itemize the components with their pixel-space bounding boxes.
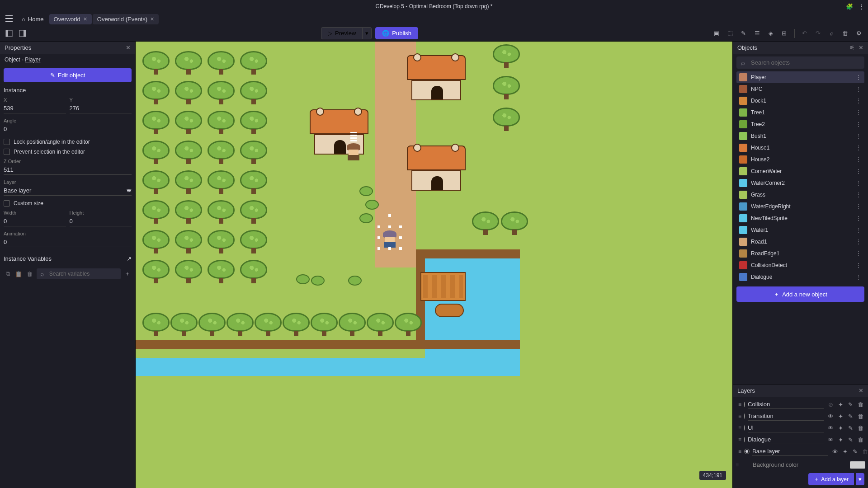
drag-handle-icon[interactable]: ≡: [738, 401, 741, 408]
object-item-player[interactable]: Player ⋮: [736, 71, 864, 83]
more-icon[interactable]: ⋮: [855, 97, 862, 104]
search-objects-input[interactable]: [736, 56, 864, 69]
more-icon[interactable]: ⋮: [855, 238, 862, 245]
trash-icon[interactable]: 🗑: [861, 447, 868, 455]
open-external-icon[interactable]: ↗: [127, 255, 132, 262]
animation-input[interactable]: [4, 237, 132, 247]
grid-icon[interactable]: ⊞: [779, 28, 790, 39]
tab-overworld[interactable]: Overworld ✕: [49, 14, 92, 24]
delete-icon[interactable]: 🗑: [26, 269, 34, 279]
effects-icon[interactable]: ✦: [836, 400, 844, 408]
search-variables-input[interactable]: [37, 268, 121, 279]
x-input[interactable]: [4, 103, 66, 113]
cube-icon[interactable]: ▣: [711, 28, 722, 39]
redo-icon[interactable]: ↷: [813, 28, 824, 39]
layer-radio[interactable]: [744, 402, 745, 407]
preview-dropdown[interactable]: ▾: [363, 27, 372, 39]
effects-icon[interactable]: ✦: [841, 447, 849, 455]
more-icon[interactable]: ⋮: [855, 144, 862, 151]
object-item-tree2[interactable]: Tree2 ⋮: [736, 118, 864, 130]
more-icon[interactable]: ⋮: [855, 132, 862, 140]
edit-icon[interactable]: ✎: [846, 436, 854, 444]
object-item-dock1[interactable]: Dock1 ⋮: [736, 95, 864, 107]
publish-button[interactable]: 🌐Publish: [375, 27, 418, 39]
object-item-bush1[interactable]: Bush1 ⋮: [736, 130, 864, 142]
tab-overworld-events[interactable]: Overworld (Events) ✕: [93, 14, 159, 24]
more-icon[interactable]: ⋮: [855, 191, 862, 198]
preview-button[interactable]: ▷Preview: [321, 27, 363, 39]
close-icon[interactable]: ✕: [83, 16, 87, 22]
more-icon[interactable]: ⋮: [855, 109, 862, 116]
y-input[interactable]: [70, 103, 132, 113]
more-icon[interactable]: ⋮: [855, 203, 862, 210]
instances-icon[interactable]: ⬚: [725, 28, 736, 39]
close-icon[interactable]: ✕: [150, 16, 154, 22]
more-icon[interactable]: ⋮: [855, 156, 862, 163]
layer-radio[interactable]: [744, 437, 745, 442]
drag-handle-icon[interactable]: ≡: [738, 425, 741, 431]
edit-icon[interactable]: ✎: [846, 400, 854, 408]
edit-icon[interactable]: ✎: [738, 28, 749, 39]
list-icon[interactable]: ☰: [752, 28, 763, 39]
more-icon[interactable]: ⋮: [855, 121, 862, 128]
trash-icon[interactable]: 🗑: [840, 28, 851, 39]
object-item-watercorner2[interactable]: WaterCorner2 ⋮: [736, 177, 864, 189]
layers-icon[interactable]: ◈: [765, 28, 776, 39]
panel-toggle-left-icon[interactable]: [4, 28, 14, 39]
effects-icon[interactable]: ✦: [836, 436, 844, 444]
layer-radio[interactable]: [744, 413, 745, 419]
visibility-icon[interactable]: 👁: [831, 447, 839, 455]
paste-icon[interactable]: 📋: [14, 269, 23, 279]
object-item-tree1[interactable]: Tree1 ⋮: [736, 107, 864, 118]
layer-select[interactable]: Base layer▾: [4, 186, 132, 196]
add-layer-dropdown[interactable]: ▾: [856, 473, 864, 485]
layer-name-input[interactable]: [748, 423, 824, 432]
layer-name-input[interactable]: [748, 435, 824, 444]
trash-icon[interactable]: 🗑: [856, 400, 864, 408]
object-item-roadedge1[interactable]: RoadEdge1 ⋮: [736, 248, 864, 259]
object-item-house2[interactable]: House2 ⋮: [736, 154, 864, 165]
visibility-icon[interactable]: 👁: [826, 412, 835, 420]
edit-object-button[interactable]: ✎ Edit object: [4, 68, 132, 82]
height-input[interactable]: [70, 216, 132, 226]
menu-icon[interactable]: [2, 14, 16, 25]
custom-size-checkbox[interactable]: [4, 200, 10, 206]
trash-icon[interactable]: 🗑: [856, 424, 864, 432]
more-icon[interactable]: ⋮: [855, 262, 862, 269]
object-item-water1[interactable]: Water1 ⋮: [736, 224, 864, 236]
layer-radio[interactable]: [744, 425, 745, 431]
scene-canvas[interactable]: /*placeholder*/ 434;191: [136, 42, 732, 488]
object-item-collisiondetect[interactable]: CollisionDetect ⋮: [736, 259, 864, 271]
object-item-grass[interactable]: Grass ⋮: [736, 189, 864, 201]
more-icon[interactable]: ⋮: [855, 85, 862, 93]
extension-icon[interactable]: 🧩: [846, 3, 853, 10]
object-link[interactable]: Player: [25, 56, 40, 63]
panel-toggle-right-icon[interactable]: [17, 28, 28, 39]
more-icon[interactable]: ⋮: [855, 250, 862, 257]
lock-checkbox[interactable]: [4, 139, 10, 145]
settings-icon[interactable]: ⚙: [854, 28, 864, 39]
close-icon[interactable]: ✕: [859, 44, 863, 51]
visibility-icon[interactable]: ⊘: [826, 400, 835, 408]
layer-name-input[interactable]: [748, 412, 824, 421]
drag-handle-icon[interactable]: ≡: [738, 413, 741, 419]
copy-icon[interactable]: ⧉: [4, 269, 12, 279]
zoom-icon[interactable]: ⌕: [826, 28, 837, 39]
object-item-wateredgeright[interactable]: WaterEdgeRight ⋮: [736, 201, 864, 212]
edit-icon[interactable]: ✎: [851, 447, 859, 455]
visibility-icon[interactable]: 👁: [826, 436, 835, 444]
close-icon[interactable]: ✕: [126, 44, 131, 51]
layer-radio[interactable]: [744, 449, 750, 454]
more-icon[interactable]: ⋮: [855, 179, 862, 187]
edit-icon[interactable]: ✎: [846, 412, 854, 420]
drag-handle-icon[interactable]: ≡: [738, 436, 741, 443]
zorder-input[interactable]: [4, 165, 132, 175]
object-item-house1[interactable]: House1 ⋮: [736, 142, 864, 154]
trash-icon[interactable]: 🗑: [856, 412, 864, 420]
object-item-npc[interactable]: NPC ⋮: [736, 83, 864, 95]
more-icon[interactable]: ⋮: [855, 74, 862, 81]
layer-name-input[interactable]: [752, 447, 828, 456]
edit-icon[interactable]: ✎: [846, 424, 854, 432]
more-icon[interactable]: ⋮: [855, 215, 862, 222]
object-item-cornerwater[interactable]: CornerWater ⋮: [736, 165, 864, 177]
